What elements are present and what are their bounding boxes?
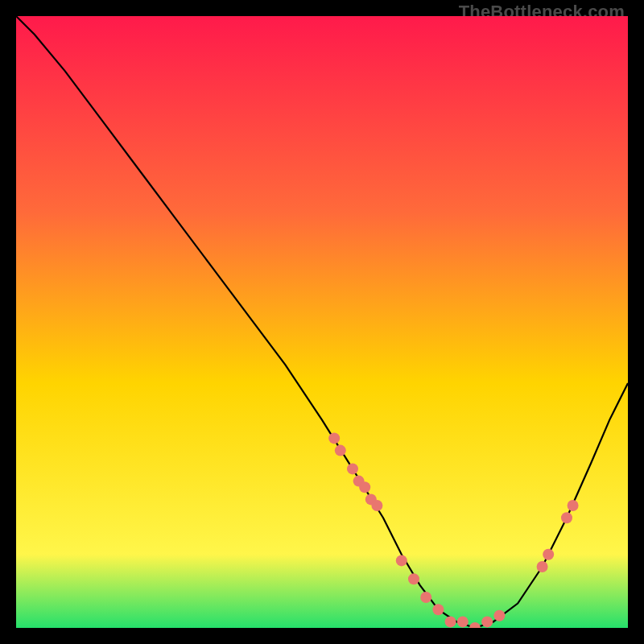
data-marker [396, 555, 407, 566]
chart-frame [16, 16, 628, 628]
data-marker [481, 616, 493, 627]
data-marker [457, 616, 469, 627]
data-marker [347, 463, 358, 474]
data-marker [328, 432, 340, 444]
bottleneck-chart [16, 16, 628, 628]
data-marker [408, 573, 419, 584]
data-marker [432, 604, 444, 615]
data-marker [543, 549, 554, 560]
data-marker [568, 500, 579, 511]
data-marker [493, 610, 505, 621]
gradient-background [16, 16, 628, 628]
data-marker [371, 500, 382, 511]
data-marker [335, 445, 346, 456]
data-marker [445, 616, 456, 627]
data-marker [359, 481, 370, 493]
data-marker [561, 512, 572, 523]
data-marker [420, 592, 431, 603]
data-marker [537, 561, 548, 572]
